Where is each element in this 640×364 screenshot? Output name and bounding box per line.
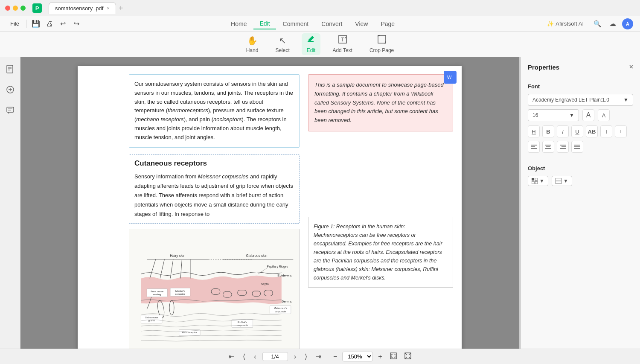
notice-text: This is a sample document to showcase pa… bbox=[314, 82, 444, 123]
nav-view[interactable]: View bbox=[349, 19, 374, 29]
pdf-area[interactable]: W Our somatosensory system consists of s… bbox=[20, 57, 519, 349]
font-size-select[interactable]: 16 ▼ bbox=[528, 109, 579, 121]
superscript-btn[interactable]: T bbox=[600, 125, 612, 137]
fullscreen-btn[interactable] bbox=[402, 352, 414, 362]
svg-text:Septa: Septa bbox=[261, 282, 269, 286]
main-text-box[interactable]: Our somatosensory system consists of sen… bbox=[129, 74, 300, 148]
hand-icon: ✋ bbox=[247, 35, 258, 46]
translate-btn[interactable]: W bbox=[444, 71, 457, 84]
font-family-select[interactable]: Academy Engraved LET Plain:1.0 ▼ bbox=[528, 94, 633, 106]
minimize-window-btn[interactable] bbox=[13, 6, 18, 11]
svg-text:Hair receptor: Hair receptor bbox=[182, 331, 198, 334]
increase-font-btn[interactable]: A bbox=[582, 109, 594, 121]
page-input[interactable] bbox=[262, 352, 288, 361]
redo-btn[interactable]: ↪ bbox=[71, 18, 83, 30]
left-sidebar bbox=[0, 57, 20, 349]
svg-rect-6 bbox=[378, 35, 386, 43]
prev-prev-btn[interactable]: ⟨ bbox=[240, 352, 248, 361]
new-tab-btn[interactable]: + bbox=[119, 4, 123, 12]
sidebar-comment-icon[interactable] bbox=[3, 103, 17, 117]
first-page-btn[interactable]: ⇤ bbox=[226, 352, 237, 361]
pdf-tab[interactable]: somatosensory .pdf × bbox=[49, 2, 116, 14]
object-btn-1[interactable]: ▼ bbox=[528, 176, 548, 186]
svg-text:Meissne r's: Meissne r's bbox=[274, 306, 287, 309]
align-right-btn[interactable] bbox=[557, 141, 569, 153]
svg-text:ending: ending bbox=[153, 293, 161, 296]
nav-edit[interactable]: Edit bbox=[253, 18, 276, 29]
nav-page[interactable]: Page bbox=[375, 19, 401, 29]
bold-format-btn[interactable]: B bbox=[542, 125, 554, 137]
svg-text:Glabrous skin: Glabrous skin bbox=[246, 254, 268, 258]
object-btn-2[interactable]: ▼ bbox=[552, 176, 572, 186]
toolbar: ✋ Hand ↖ Select Edit T Add Text Crop Pag… bbox=[0, 32, 640, 57]
decrease-font-btn[interactable]: A bbox=[598, 109, 610, 121]
page-navigation: ⇤ ⟨ ‹ › ⟩ ⇥ bbox=[226, 352, 324, 361]
obj-btn-2-chevron: ▼ bbox=[563, 178, 568, 184]
crop-icon bbox=[378, 35, 386, 46]
strikethrough-btn[interactable]: AB bbox=[586, 125, 598, 137]
select-label: Select bbox=[275, 47, 289, 53]
next-next-btn[interactable]: ⟩ bbox=[302, 352, 310, 361]
hand-label: Hand bbox=[246, 47, 259, 53]
svg-text:Hairy skin: Hairy skin bbox=[170, 254, 186, 258]
svg-text:Ruffini's: Ruffini's bbox=[238, 320, 247, 323]
obj-btn-1-chevron: ▼ bbox=[539, 178, 544, 184]
svg-text:Dermis: Dermis bbox=[282, 300, 292, 303]
avatar[interactable]: A bbox=[622, 18, 633, 29]
nav-comment[interactable]: Comment bbox=[277, 19, 315, 29]
zoom-in-btn[interactable]: + bbox=[375, 352, 384, 361]
object-section: Object ▼ ▼ bbox=[521, 159, 640, 192]
figure-caption-text: Figure 1: Receptors in the human skin: M… bbox=[314, 224, 442, 281]
nav-convert[interactable]: Convert bbox=[315, 19, 348, 29]
tool-edit[interactable]: Edit bbox=[302, 33, 321, 55]
next-page-btn[interactable]: › bbox=[291, 352, 299, 361]
svg-text:Sebaceous: Sebaceous bbox=[145, 316, 158, 319]
sidebar-add-icon[interactable] bbox=[3, 83, 17, 96]
svg-rect-79 bbox=[535, 181, 538, 184]
prev-page-btn[interactable]: ‹ bbox=[251, 352, 259, 361]
fit-page-btn[interactable] bbox=[387, 352, 399, 362]
sample-notice-box[interactable]: This is a sample document to showcase pa… bbox=[308, 74, 453, 131]
tool-select[interactable]: ↖ Select bbox=[270, 34, 294, 55]
italic-format-btn[interactable]: I bbox=[557, 125, 569, 137]
subscript-btn[interactable]: T bbox=[615, 125, 627, 137]
tool-add-text[interactable]: T Add Text bbox=[327, 33, 357, 55]
divider-1 bbox=[26, 20, 26, 28]
align-left-btn[interactable] bbox=[528, 141, 540, 153]
menu-left: File 💾 🖨 ↩ ↪ bbox=[7, 18, 83, 30]
sidebar-page-icon[interactable] bbox=[3, 62, 17, 76]
cloud-button[interactable]: ☁ bbox=[607, 18, 619, 30]
nav-home[interactable]: Home bbox=[225, 19, 253, 29]
svg-text:Epidermis: Epidermis bbox=[277, 274, 292, 277]
svg-rect-18 bbox=[7, 107, 14, 112]
zoom-level-select[interactable]: 150% 100% 125% 200% bbox=[342, 352, 373, 361]
figure-caption[interactable]: Figure 1: Receptors in the human skin: M… bbox=[308, 217, 453, 288]
tool-crop[interactable]: Crop Page bbox=[364, 33, 399, 55]
svg-text:W: W bbox=[447, 75, 452, 80]
svg-text:receptor: receptor bbox=[175, 292, 185, 295]
last-page-btn[interactable]: ⇥ bbox=[313, 352, 324, 361]
ai-button[interactable]: ✨ Afirstsoft AI bbox=[543, 19, 588, 29]
font-size-chevron: ▼ bbox=[569, 112, 574, 118]
fullscreen-window-btn[interactable] bbox=[20, 6, 26, 11]
cutaneous-box[interactable]: Cutaneous receptors Sensory information … bbox=[129, 154, 300, 224]
save-btn[interactable]: 💾 bbox=[30, 18, 42, 30]
tool-hand[interactable]: ✋ Hand bbox=[241, 34, 264, 55]
align-justify-btn[interactable] bbox=[571, 141, 583, 153]
close-window-btn[interactable] bbox=[5, 6, 10, 11]
font-section: Font Academy Engraved LET Plain:1.0 ▼ 16… bbox=[521, 77, 640, 159]
underline-btn[interactable]: U bbox=[571, 125, 583, 137]
add-text-label: Add Text bbox=[332, 47, 352, 53]
tab-close-btn[interactable]: × bbox=[107, 6, 109, 11]
underline-format-btn[interactable]: H bbox=[528, 125, 540, 137]
properties-close-btn[interactable]: × bbox=[629, 63, 633, 71]
svg-text:corpuscle: corpuscle bbox=[275, 310, 286, 313]
font-size-value: 16 bbox=[532, 112, 538, 118]
file-menu[interactable]: File bbox=[7, 19, 23, 29]
align-center-btn[interactable] bbox=[542, 141, 554, 153]
zoom-out-btn[interactable]: − bbox=[331, 352, 340, 361]
undo-btn[interactable]: ↩ bbox=[57, 18, 69, 30]
search-button[interactable]: 🔍 bbox=[591, 18, 603, 30]
right-column: This is a sample document to showcase pa… bbox=[308, 74, 453, 349]
print-btn[interactable]: 🖨 bbox=[44, 18, 55, 30]
